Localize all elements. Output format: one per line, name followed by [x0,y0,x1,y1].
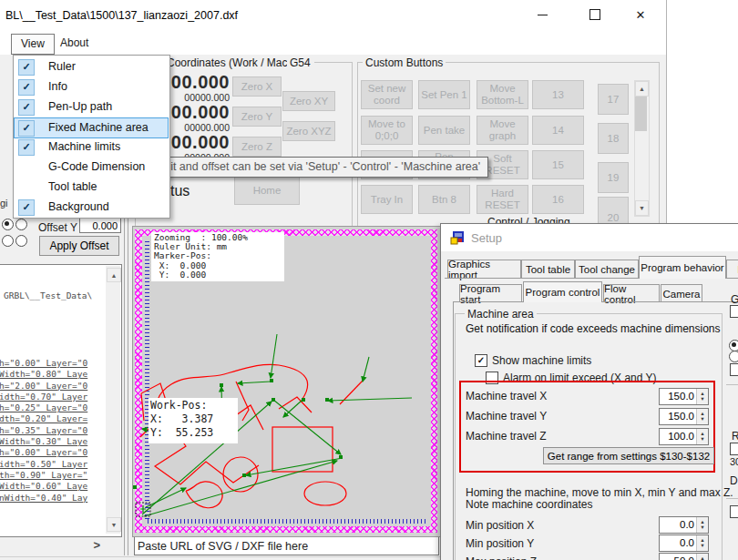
min-position-x-value[interactable]: 0.0 [660,517,696,533]
splitter[interactable] [124,215,125,555]
zero-xy-button[interactable]: Zero XY [282,91,335,111]
subtab-program-control-active[interactable]: Program control [523,281,602,302]
code-line[interactable]: h="0.35" Layer="0 [0,425,105,436]
code-line[interactable]: Width="0.60" Laye [0,481,105,492]
menu-item-ruler[interactable]: ✓ Ruler [15,57,168,77]
min-position-x-input[interactable]: 0.0 ▲▼ [659,516,709,534]
menu-item-gcode-dimension[interactable]: G-Code Dimension [15,158,168,178]
code-scrollbar[interactable]: ▲ ▼ [106,266,120,534]
custom-button-5[interactable]: Move to 0;0;0 [361,116,413,145]
menu-item-machine-limits[interactable]: ✓ Machine limits [15,137,168,158]
custom-button-16[interactable]: 16 [532,185,584,214]
code-line[interactable]: dth="0.20" Layer= [0,413,105,424]
spinner-arrows-icon[interactable]: ▲▼ [696,554,708,560]
max-position-z-value[interactable]: 50.0 [660,554,696,560]
subtab-flow-control[interactable]: Flow control [603,284,660,302]
code-line[interactable]: h="0.00" Layer="0 [0,358,105,369]
fragment-radio[interactable] [729,351,738,362]
offset-y-input[interactable] [79,218,121,233]
zero-y-button[interactable]: Zero Y [232,107,282,127]
menu-about[interactable]: About [51,34,97,53]
maximize-button[interactable] [579,0,610,29]
menu-item-tool-table[interactable]: Tool table [15,178,168,198]
custom-button-1[interactable]: Set new coord [361,80,413,109]
code-line[interactable]: h="2.00" Layer="0 [0,381,105,392]
minimize-button[interactable] [527,0,558,29]
machine-travel-x-value[interactable]: 150.0 [660,389,696,404]
zero-z-button[interactable]: Zero Z [232,137,282,157]
min-position-y-value[interactable]: 0.0 [660,535,696,551]
custom-button-6[interactable]: Pen take [418,116,470,145]
graphics-view[interactable]: Zooming : 100.00% Ruler Unit: mm Marker-… [132,226,441,537]
custom-button-19[interactable]: 19 [598,162,629,193]
machine-travel-z-value[interactable]: 100.0 [660,429,696,444]
fragment-checkbox[interactable] [730,443,738,455]
menu-view[interactable]: View [11,34,55,55]
fragment-checkbox[interactable] [730,505,738,518]
scroll-down-icon[interactable]: ▼ [635,200,649,216]
menu-item-pen-up-path[interactable]: ✓ Pen-Up path [15,97,168,117]
custom-button-18[interactable]: 18 [598,123,629,154]
radio-option[interactable] [2,235,14,247]
scroll-up-icon[interactable]: ▲ [635,81,649,97]
custom-button-17[interactable]: 17 [598,84,629,115]
setup-titlebar[interactable]: Setup [441,224,738,251]
apply-offset-button[interactable]: Apply Offset [39,236,119,256]
machine-travel-y-input[interactable]: 150.0 ▲▼ [659,408,709,425]
menu-item-info[interactable]: ✓ Info [15,77,168,97]
code-line[interactable]: Width="0.80" Laye [0,369,105,380]
custom-button-hard-reset[interactable]: Hard RESET [477,185,528,214]
code-line[interactable]: h="0.25" Layer="0 [0,402,105,413]
scrollbar-thumb[interactable] [635,97,647,131]
machine-travel-z-input[interactable]: 100.0 ▲▼ [659,428,709,445]
code-hscrollbar[interactable]: > [0,537,102,554]
custom-buttons-scrollbar[interactable]: ▲ ▼ [634,80,650,217]
custom-button-btn8[interactable]: Btn 8 [418,185,470,214]
get-range-button[interactable]: Get range from settings $130-$132 [543,447,714,464]
custom-button-3[interactable]: Move Bottom-L [477,80,528,109]
url-input[interactable] [134,536,439,555]
tab-graphics-import[interactable]: Graphics import [447,260,521,279]
menu-item-background[interactable]: ✓ Background [15,198,168,218]
max-position-z-input[interactable]: 50.0 ▲▼ [659,553,709,560]
spinner-arrows-icon[interactable]: ▲▼ [696,517,708,533]
spinner-arrows-icon[interactable]: ▲▼ [696,389,708,404]
spinner-arrows-icon[interactable]: ▲▼ [696,429,708,444]
spinner-arrows-icon[interactable]: ▲▼ [696,409,708,424]
home-button[interactable]: Home [234,176,300,205]
fragment-checkbox[interactable] [730,305,738,318]
show-machine-limits-checkbox[interactable]: ✓ [475,354,487,367]
fragment-checkbox[interactable] [730,363,738,376]
code-line[interactable]: nWidth="0.40" Lay [0,493,105,504]
code-header-line[interactable]: GRBL\__Test_Data\ [4,290,92,301]
code-line[interactable]: th="0.90" Layer=" [0,470,105,481]
custom-button-tray-in[interactable]: Tray In [361,185,413,214]
min-position-y-input[interactable]: 0.0 ▲▼ [659,535,709,552]
menu-item-fixed-machine-area[interactable]: ✓ Fixed Machine area [14,117,169,138]
machine-travel-y-value[interactable]: 150.0 [660,409,696,424]
code-line[interactable]: h="0.00" Layer="0 [0,447,105,458]
custom-button-7[interactable]: Move graph [477,116,528,145]
radio-option[interactable] [15,235,27,247]
close-button[interactable]: ✕ [625,0,656,29]
custom-button-15[interactable]: 15 [532,150,584,179]
splitter[interactable] [128,215,128,555]
subtab-camera[interactable]: Camera [661,284,702,302]
custom-button-2[interactable]: Set Pen 1 [418,80,470,109]
code-view[interactable]: GRBL\__Test_Data\ h="0.00" Layer="0 Widt… [0,264,122,537]
tab-clipped[interactable]: P [726,260,738,279]
machine-travel-x-input[interactable]: 150.0 ▲▼ [659,388,709,405]
scroll-down-icon[interactable]: ▼ [107,517,121,532]
code-line[interactable]: Width="0.30" Laye [0,436,105,447]
subtab-program-start[interactable]: Program start [459,284,522,302]
custom-button-14[interactable]: 14 [532,116,584,145]
zero-x-button[interactable]: Zero X [232,76,282,97]
zero-xyz-button[interactable]: Zero XYZ [282,121,335,141]
scroll-right-icon[interactable]: > [93,538,100,552]
custom-button-20[interactable]: 20 [598,197,629,225]
tab-tool-table[interactable]: Tool table [521,260,575,279]
radio-option-selected[interactable] [2,219,14,230]
spinner-arrows-icon[interactable]: ▲▼ [696,535,708,551]
code-line[interactable]: idth="0.50" Layer [0,459,105,470]
code-line[interactable]: idth="0.70" Layer [0,392,105,402]
